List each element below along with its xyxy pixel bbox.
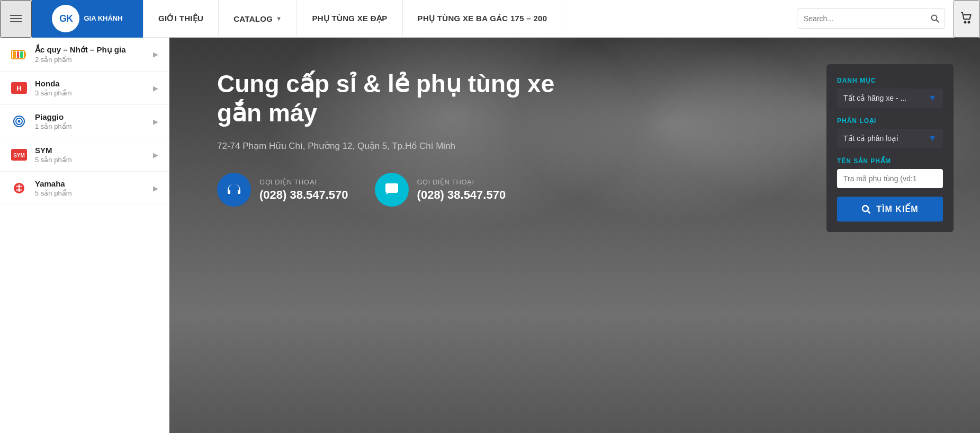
main-layout: Ắc quy – Nhớt – Phụ gia 2 sản phẩm ▶ H H… (0, 38, 980, 433)
logo-circle: GK (52, 5, 79, 32)
sidebar-sym-count: 5 sản phẩm (35, 156, 153, 164)
logo-name: GIA KHÁNH (84, 14, 122, 23)
sidebar-item-piaggio[interactable]: Piaggio 1 sản phẩm ▶ (0, 105, 169, 138)
sidebar-yamaha-count: 5 sản phẩm (35, 189, 153, 197)
cart-button[interactable] (954, 0, 980, 38)
sidebar-honda-chevron: ▶ (153, 84, 158, 92)
header-search-area (797, 8, 945, 29)
ten-san-pham-input[interactable] (837, 169, 943, 188)
search-input[interactable] (797, 8, 945, 29)
svg-line-1 (937, 20, 939, 23)
phan-loai-select[interactable]: Tất cả phân loại (837, 129, 943, 148)
contact-item-phone2: GỌI ĐIỆN THOẠI (028) 38.547.570 (375, 173, 506, 207)
svg-point-0 (932, 15, 937, 21)
nav-item-phu-tung-xe-dap[interactable]: PHỤ TÙNG XE ĐẠP (297, 0, 402, 38)
svg-point-2 (965, 22, 966, 23)
svg-point-24 (862, 206, 868, 211)
nav-item-gioi-thieu[interactable]: GIỚI THIỆU (143, 0, 219, 38)
battery-icon (11, 46, 28, 63)
svg-line-25 (868, 210, 870, 213)
svg-point-21 (388, 187, 390, 189)
honda-icon: H (11, 79, 28, 96)
hamburger-icon (10, 13, 22, 24)
sidebar-piaggio-name: Piaggio (35, 112, 153, 121)
svg-rect-6 (13, 51, 16, 58)
nav-item-catalog[interactable]: CATALOG ▼ (219, 0, 297, 38)
contact-item-phone1: GỌI ĐIỆN THOẠI (028) 38.547.570 (217, 173, 348, 207)
phone2-label: GỌI ĐIỆN THOẠI (417, 178, 506, 186)
sidebar-item-honda[interactable]: H Honda 3 sản phẩm ▶ (0, 72, 169, 105)
hero-title: Cung cấp sỉ & lẻ phụ tùng xe gắn máy (217, 69, 577, 128)
sym-icon: SYM (11, 146, 28, 163)
search-icon (931, 14, 939, 23)
svg-point-13 (18, 120, 21, 123)
phan-loai-select-wrapper: Tất cả phân loại ▼ (837, 129, 943, 148)
logo-initials: GK (59, 13, 73, 24)
nav-item-phu-tung-xe-ba-gac[interactable]: PHỤ TÙNG XE BA GÁC 175 – 200 (403, 0, 563, 38)
yamaha-icon (11, 180, 28, 197)
sidebar-item-yamaha[interactable]: Yamaha 5 sản phẩm ▶ (0, 172, 169, 205)
sidebar-acquy-name: Ắc quy – Nhớt – Phụ gia (35, 45, 153, 55)
sidebar-sym-chevron: ▶ (153, 151, 158, 159)
svg-rect-5 (24, 52, 26, 57)
phone1-icon[interactable] (217, 173, 251, 207)
panel-search-icon (861, 205, 871, 214)
search-button[interactable] (925, 8, 945, 29)
sidebar-yamaha-name: Yamaha (35, 179, 153, 188)
svg-point-22 (391, 187, 392, 189)
header: GK GIA KHÁNH GIỚI THIỆU CATALOG ▼ PHỤ TÙ… (0, 0, 980, 38)
phone1-number: (028) 38.547.570 (259, 188, 348, 202)
piaggio-icon (11, 113, 28, 130)
svg-rect-7 (17, 51, 19, 58)
svg-point-23 (393, 187, 395, 189)
svg-rect-8 (20, 51, 23, 58)
hamburger-button[interactable] (0, 0, 32, 38)
cart-icon (960, 12, 974, 25)
danh-muc-select[interactable]: Tất cả hãng xe - ... (837, 89, 943, 108)
ten-san-pham-label: TÊN SẢN PHẨM (837, 157, 943, 165)
danh-muc-label: DANH MỤC (837, 77, 943, 84)
panel-search-button[interactable]: TÌM KIẾM (837, 197, 943, 222)
content-area: Cung cấp sỉ & lẻ phụ tùng xe gắn máy 72-… (169, 38, 980, 433)
sidebar-piaggio-chevron: ▶ (153, 118, 158, 126)
sidebar-honda-count: 3 sản phẩm (35, 89, 153, 97)
sidebar-yamaha-chevron: ▶ (153, 184, 158, 192)
logo-area[interactable]: GK GIA KHÁNH (32, 0, 143, 38)
svg-text:H: H (16, 84, 21, 92)
search-panel: DANH MỤC Tất cả hãng xe - ... ▼ PHÂN LOẠ… (826, 64, 954, 232)
sidebar-item-acquy[interactable]: Ắc quy – Nhớt – Phụ gia 2 sản phẩm ▶ (0, 38, 169, 72)
sidebar-honda-name: Honda (35, 79, 153, 88)
danh-muc-select-wrapper: Tất cả hãng xe - ... ▼ (837, 89, 943, 108)
svg-point-3 (968, 22, 970, 23)
phone2-number: (028) 38.547.570 (417, 188, 506, 202)
catalog-dropdown-arrow: ▼ (276, 15, 282, 22)
sidebar-acquy-count: 2 sản phẩm (35, 56, 153, 64)
ten-san-pham-wrapper (837, 169, 943, 188)
main-nav: GIỚI THIỆU CATALOG ▼ PHỤ TÙNG XE ĐẠP PHỤ… (143, 0, 562, 38)
sidebar: Ắc quy – Nhớt – Phụ gia 2 sản phẩm ▶ H H… (0, 38, 169, 433)
sidebar-sym-name: SYM (35, 146, 153, 155)
phone2-icon[interactable] (375, 173, 409, 207)
sidebar-piaggio-count: 1 sản phẩm (35, 122, 153, 130)
sidebar-acquy-chevron: ▶ (153, 50, 158, 58)
svg-text:SYM: SYM (13, 153, 25, 158)
phan-loai-label: PHÂN LOẠI (837, 117, 943, 125)
sidebar-item-sym[interactable]: SYM SYM 5 sản phẩm ▶ (0, 138, 169, 172)
phone1-label: GỌI ĐIỆN THOẠI (259, 178, 348, 186)
